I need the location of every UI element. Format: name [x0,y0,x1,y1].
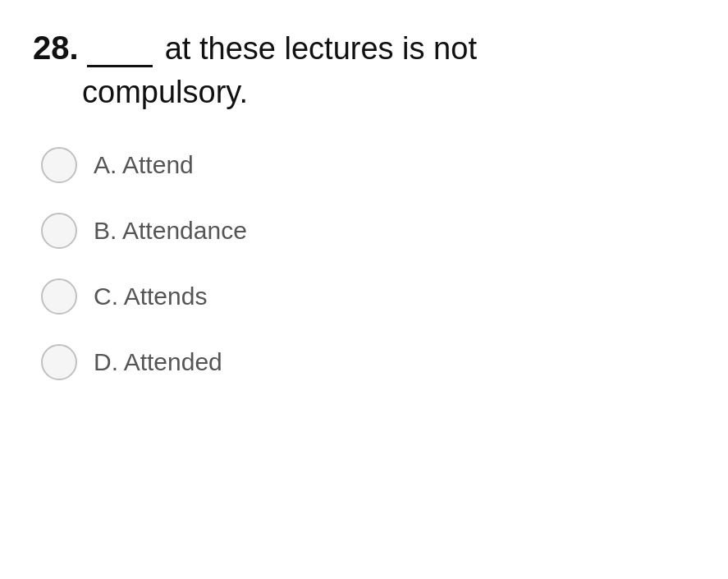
option-label-c: C. Attends [94,283,207,310]
question-number: 28. [33,30,79,66]
option-label-b: B. Attendance [94,217,247,245]
option-item-a[interactable]: A. Attend [41,147,695,183]
radio-d[interactable] [41,344,77,380]
question-text: 28. at these lectures is not compulsory. [33,25,695,114]
radio-a[interactable] [41,147,77,183]
radio-c[interactable] [41,278,77,315]
question-container: 28. at these lectures is not compulsory.… [33,25,695,380]
option-item-c[interactable]: C. Attends [41,278,695,315]
blank [87,65,153,67]
option-item-b[interactable]: B. Attendance [41,213,695,249]
option-label-a: A. Attend [94,151,194,179]
radio-b[interactable] [41,213,77,249]
question-line1: at these lectures is not [165,31,477,66]
option-item-d[interactable]: D. Attended [41,344,695,380]
options-list: A. AttendB. AttendanceC. AttendsD. Atten… [33,147,695,380]
option-label-d: D. Attended [94,348,222,376]
question-line2: compulsory. [33,75,248,109]
